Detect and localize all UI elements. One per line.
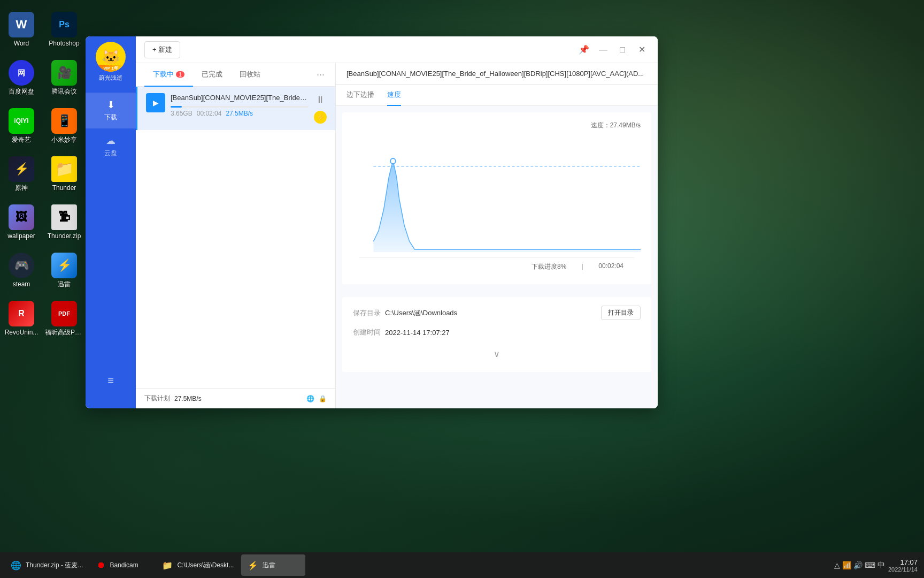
speed-value: 速度：27.49MB/s [591, 121, 641, 130]
sidebar-cloud-label: 云盘 [104, 149, 117, 158]
tray-input-icon[interactable]: ⌨ [865, 561, 875, 569]
desktop-icon-yuansheng[interactable]: ⚡ 原神 [0, 150, 43, 198]
download-item-info: [BeanSub][CONAN_MOVIE25][The_Bride_of_Ha… [171, 93, 309, 117]
minimize-button[interactable]: — [596, 42, 611, 57]
tray-network-icon[interactable]: 📶 [842, 561, 851, 569]
download-footer: 下载计划 27.5MB/s 🌐 🔒 [136, 388, 335, 408]
desktop-icon-grid: W Word Ps Photoshop 网 百度网盘 🎥 腾讯会议 iQIYI [0, 5, 86, 343]
tab-completed[interactable]: 已完成 [193, 63, 231, 87]
chart-container [353, 134, 641, 257]
separator: ｜ [579, 262, 586, 271]
taskbar-items: 🌐 Thunder.zip - 蓝麦... ⏺ Bandicam 📁 C:\Us… [0, 554, 834, 576]
download-list-panel: 下载中 1 已完成 回收站 ··· ▶ [136, 63, 336, 408]
vip-badge: VIP 1年 [96, 65, 126, 72]
tray-volume-icon[interactable]: 🔊 [853, 561, 863, 569]
revo-label: RevoUnin... [5, 329, 38, 336]
save-dir-label: 保存目录 [353, 308, 385, 318]
cloud-nav-icon: ☁ [106, 135, 116, 147]
steam-label: steam [13, 280, 30, 288]
taskbar-item-explorer[interactable]: 📁 C:\Users\涵\Deskt... [156, 554, 240, 576]
desktop-icon-wallpaper[interactable]: 🖼 wallpaper [0, 198, 43, 246]
tray-lang-icon[interactable]: 中 [877, 560, 885, 570]
detail-info-section: 保存目录 C:\Users\涵\Downloads 打开目录 创建时间 2022… [342, 297, 651, 372]
azpdf-icon: PDF [51, 301, 77, 326]
download-item[interactable]: ▶ [BeanSub][CONAN_MOVIE25][The_Bride_of_… [136, 87, 335, 130]
photoshop-label: Photoshop [49, 40, 79, 47]
main-area: + 新建 📌 — □ ✕ 下载中 1 [136, 36, 658, 408]
completed-label: 已完成 [202, 70, 222, 79]
tab-recycle[interactable]: 回收站 [231, 63, 269, 87]
desktop-icon-photoshop[interactable]: Ps Photoshop [43, 5, 86, 54]
desktop-icon-tencent[interactable]: 🎥 腾讯会议 [43, 54, 86, 102]
detail-panel: [BeanSub][CONAN_MOVIE25][The_Bride_of_Ha… [336, 63, 658, 408]
taskbar: 🌐 Thunder.zip - 蓝麦... ⏺ Bandicam 📁 C:\Us… [0, 552, 924, 578]
desktop-icon-baidu[interactable]: 网 百度网盘 [0, 54, 43, 102]
pin-button[interactable]: 📌 [576, 42, 591, 57]
globe-icon[interactable]: 🌐 [306, 395, 314, 402]
tab-more-button[interactable]: ··· [314, 67, 327, 82]
lock-icon[interactable]: 🔒 [319, 395, 327, 402]
xiaomi-icon: 📱 [51, 108, 77, 134]
created-time-row: 创建时间 2022-11-14 17:07:27 [353, 328, 641, 337]
progress-stat: 下载进度8% [532, 262, 566, 271]
baidu-icon: 网 [9, 60, 34, 86]
new-download-button[interactable]: + 新建 [144, 41, 180, 58]
footer-speed: 27.5MB/s [174, 395, 202, 402]
taskbar-right: △ 📶 🔊 ⌨ 中 17:07 2022/11/14 [834, 558, 924, 573]
taskbar-explorer-label: C:\Users\涵\Deskt... [177, 561, 234, 570]
iqiyi-icon: iQIYI [9, 108, 34, 134]
desktop-icon-revo[interactable]: R RevoUnin... [0, 294, 43, 343]
taskbar-item-thunderzip[interactable]: 🌐 Thunder.zip - 蓝麦... [4, 554, 89, 576]
sidebar-item-download[interactable]: ⬇ 下载 [86, 93, 136, 128]
download-progress-fill [171, 106, 182, 108]
created-time-value: 2022-11-14 17:07:27 [385, 329, 641, 337]
speed-label: 速度 [387, 90, 401, 98]
desktop-icon-thunder-folder[interactable]: 📁 Thunder [43, 150, 86, 198]
thunderzip-label: Thunder.zip [48, 232, 81, 240]
tab-downloading[interactable]: 下载中 1 [144, 63, 193, 87]
download-elapsed: 00:02:04 [197, 110, 222, 117]
expand-button[interactable]: ∨ [353, 345, 641, 363]
speed-chart-area: 速度：27.49MB/s [342, 112, 651, 284]
desktop-icon-xunlei[interactable]: ⚡ 迅雷 [43, 246, 86, 294]
sidebar-item-cloud[interactable]: ☁ 云盘 [86, 128, 136, 164]
recycle-label: 回收站 [240, 70, 260, 79]
wallpaper-label: wallpaper [7, 232, 35, 240]
sidebar-bottom: ≡ [102, 369, 119, 403]
clock-area[interactable]: 17:07 2022/11/14 [888, 558, 918, 573]
desktop-icon-azpdf[interactable]: PDF 福昕高级PDF编辑器 [43, 294, 86, 343]
close-button[interactable]: ✕ [634, 42, 649, 57]
desktop-icon-word[interactable]: W Word [0, 5, 43, 54]
tencent-label: 腾讯会议 [51, 88, 77, 95]
desktop-icon-xiaomi[interactable]: 📱 小米妙享 [43, 102, 86, 150]
open-dir-button[interactable]: 打开目录 [601, 306, 641, 320]
maximize-button[interactable]: □ [615, 42, 630, 57]
thunder-window: 🐱 VIP 1年 蔚光浅逝 ⬇ 下载 ☁ 云盘 ≡ + 新建 [86, 36, 658, 408]
desktop-icon-iqiyi[interactable]: iQIYI 爱奇艺 [0, 102, 43, 150]
yuansheng-label: 原神 [15, 184, 28, 192]
download-progress-bar-container [171, 106, 309, 108]
pause-button[interactable]: ⏸ [314, 93, 326, 107]
word-label: Word [14, 40, 29, 47]
thunderzip-icon: 🗜 [51, 204, 77, 230]
desktop-icon-steam[interactable]: 🎮 steam [0, 246, 43, 294]
tencent-icon: 🎥 [51, 60, 77, 86]
tab-speed[interactable]: 速度 [387, 85, 401, 106]
speed-header: 速度：27.49MB/s [353, 121, 641, 130]
revo-icon: R [9, 301, 34, 326]
sidebar-menu-button[interactable]: ≡ [102, 369, 119, 392]
taskbar-bandicam-label: Bandicam [110, 561, 138, 569]
xiaomi-label: 小米妙享 [51, 136, 77, 143]
lightning-badge: ⚡ [314, 111, 327, 124]
xunlei-label: 迅雷 [58, 280, 71, 288]
window-controls: 📌 — □ ✕ [576, 42, 649, 57]
tray-chevron-icon[interactable]: △ [834, 561, 840, 569]
taskbar-item-bandicam[interactable]: ⏺ Bandicam [90, 554, 155, 576]
taskbar-item-xunlei[interactable]: ⚡ 迅雷 [241, 554, 305, 576]
save-dir-row: 保存目录 C:\Users\涵\Downloads 打开目录 [353, 306, 641, 320]
desktop-icon-thunderzip[interactable]: 🗜 Thunder.zip [43, 198, 86, 246]
user-avatar[interactable]: 🐱 VIP 1年 [96, 42, 126, 72]
download-speed: 27.5MB/s [226, 110, 253, 117]
tray-icons: △ 📶 🔊 ⌨ 中 [834, 560, 885, 570]
tab-sideplay[interactable]: 边下边播 [346, 85, 374, 106]
